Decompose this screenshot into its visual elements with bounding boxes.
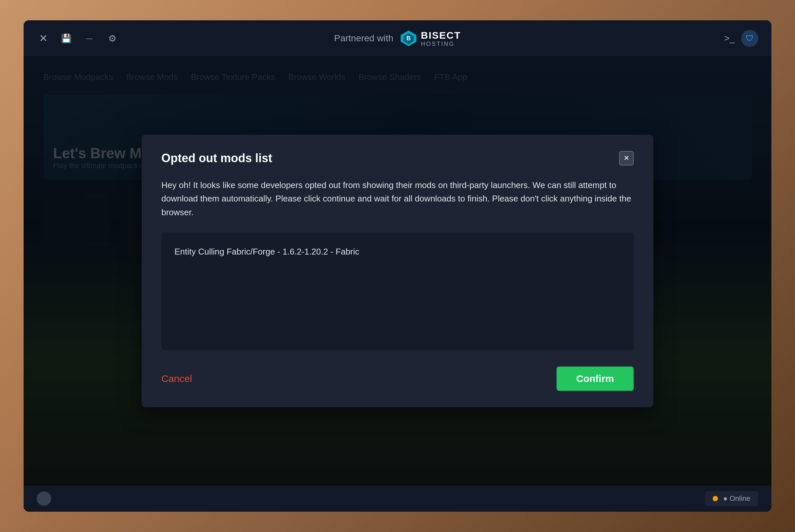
modal-title: Opted out mods list [161,151,272,165]
modal-close-button[interactable]: ✕ [619,151,634,166]
title-bar-center: Partnered with B BISECT HOSTING [334,29,461,48]
terminal-icon[interactable]: >_ [724,33,735,43]
modal-overlay: Opted out mods list ✕ Hey oh! It looks l… [24,56,771,486]
cancel-button[interactable]: Cancel [161,370,192,387]
save-button[interactable]: 💾 [60,32,73,45]
modal-dialog: Opted out mods list ✕ Hey oh! It looks l… [142,135,653,407]
mod-list-area: Entity Culling Fabric/Forge - 1.6.2-1.20… [161,232,634,350]
bottom-bar: ● Online [24,486,771,512]
title-bar: ✕ 💾 — ⚙ Partnered with B BISECT [24,20,771,56]
close-icon: ✕ [624,154,629,163]
shield-icon: 🛡 [746,34,754,43]
partnered-label: Partnered with [334,33,394,43]
mod-item-0: Entity Culling Fabric/Forge - 1.6.2-1.20… [171,242,624,261]
confirm-button[interactable]: Confirm [557,366,634,391]
close-button[interactable]: ✕ [37,32,50,45]
bisect-name: BISECT [421,30,461,41]
title-bar-left: ✕ 💾 — ⚙ [37,32,119,45]
bisect-logo: B BISECT HOSTING [399,29,461,48]
shield-button[interactable]: 🛡 [741,30,758,47]
modal-body-text: Hey oh! It looks like some developers op… [161,178,634,220]
modal-header: Opted out mods list ✕ [161,151,634,166]
settings-button[interactable]: ⚙ [106,32,119,45]
status-dot [713,496,718,501]
content-area: Browse Modpacks Browse Mods Browse Textu… [24,56,771,486]
title-bar-right: >_ 🛡 [724,30,758,47]
user-avatar [37,491,51,506]
bisect-sub: HOSTING [421,41,461,47]
svg-text:B: B [406,35,411,42]
app-window: ✕ 💾 — ⚙ Partnered with B BISECT [24,20,771,512]
bisect-name-block: BISECT HOSTING [421,30,461,47]
bisect-icon: B [399,29,417,48]
bottom-left [37,491,51,506]
status-area: ● Online [705,491,758,506]
modal-footer: Cancel Confirm [161,366,634,391]
minimize-button[interactable]: — [83,32,96,45]
status-label: ● Online [723,494,751,503]
